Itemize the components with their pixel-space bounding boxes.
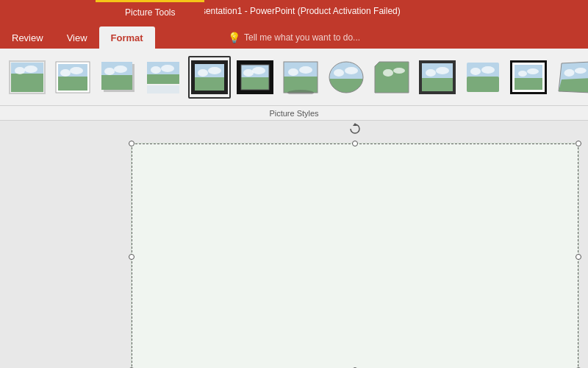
tab-review[interactable]: Review bbox=[0, 26, 55, 49]
style-soft-edge[interactable] bbox=[462, 56, 504, 99]
style-beveled-matte[interactable] bbox=[51, 56, 94, 99]
svg-point-5 bbox=[24, 66, 37, 73]
svg-rect-17 bbox=[147, 74, 179, 84]
selection-border bbox=[132, 144, 578, 368]
svg-point-4 bbox=[15, 67, 25, 74]
style-center-shadow[interactable] bbox=[279, 56, 322, 99]
tab-format[interactable]: Format bbox=[99, 26, 155, 49]
svg-point-19 bbox=[161, 65, 174, 72]
svg-rect-8 bbox=[58, 77, 87, 91]
svg-point-18 bbox=[151, 66, 161, 74]
handle-right-mid[interactable] bbox=[576, 254, 581, 260]
style-snip-diagonal[interactable] bbox=[370, 56, 413, 99]
svg-point-35 bbox=[299, 66, 312, 74]
svg-rect-28 bbox=[241, 77, 269, 90]
title-text: Presentation1 - PowerPoint (Product Acti… bbox=[187, 6, 400, 16]
style-bevel-persp[interactable] bbox=[553, 56, 588, 99]
svg-rect-62 bbox=[514, 78, 542, 90]
svg-point-15 bbox=[114, 66, 127, 73]
style-reflected[interactable] bbox=[143, 56, 185, 99]
ribbon-tabs: Review View Format 💡 bbox=[0, 22, 588, 49]
svg-point-9 bbox=[60, 69, 71, 77]
picture-styles-section: Picture Styles bbox=[0, 106, 588, 121]
style-soft-oval[interactable] bbox=[325, 56, 368, 99]
svg-point-30 bbox=[252, 67, 265, 74]
style-double-frame[interactable] bbox=[507, 56, 550, 99]
tell-me-input[interactable] bbox=[244, 32, 413, 43]
svg-point-14 bbox=[104, 68, 115, 75]
handle-left-mid[interactable] bbox=[129, 254, 135, 260]
svg-point-10 bbox=[70, 67, 83, 74]
slide-area bbox=[0, 121, 588, 368]
handle-top-left[interactable] bbox=[129, 141, 135, 146]
svg-point-53 bbox=[426, 69, 436, 77]
style-drop-shadow[interactable] bbox=[97, 56, 140, 99]
svg-point-25 bbox=[208, 67, 221, 74]
tab-view[interactable]: View bbox=[55, 26, 99, 49]
svg-point-57 bbox=[470, 68, 481, 75]
svg-rect-40 bbox=[328, 79, 365, 94]
svg-rect-23 bbox=[195, 77, 224, 91]
svg-point-34 bbox=[288, 68, 298, 76]
svg-point-42 bbox=[345, 67, 358, 74]
title-bar: Picture Tools Presentation1 - PowerPoint… bbox=[0, 0, 588, 22]
svg-rect-56 bbox=[467, 77, 499, 92]
style-simple-frame[interactable] bbox=[6, 56, 49, 99]
svg-point-47 bbox=[383, 69, 393, 77]
contextual-tab-label[interactable]: Picture Tools bbox=[96, 0, 204, 22]
selected-image[interactable] bbox=[131, 143, 579, 368]
svg-point-63 bbox=[518, 71, 527, 77]
svg-rect-46 bbox=[375, 79, 409, 93]
svg-point-41 bbox=[334, 69, 344, 77]
svg-point-54 bbox=[436, 67, 449, 74]
svg-point-64 bbox=[527, 68, 539, 74]
ribbon-content bbox=[0, 49, 588, 106]
svg-point-48 bbox=[393, 68, 405, 74]
tell-me-bar: 💡 bbox=[228, 26, 413, 49]
handle-top-right[interactable] bbox=[576, 141, 581, 146]
picture-styles-label: Picture Styles bbox=[269, 109, 318, 118]
svg-rect-20 bbox=[147, 85, 179, 93]
svg-rect-3 bbox=[11, 74, 43, 92]
svg-rect-52 bbox=[422, 78, 453, 91]
style-thick-black2[interactable] bbox=[234, 56, 276, 99]
style-thick-black[interactable] bbox=[188, 56, 231, 99]
svg-point-29 bbox=[243, 69, 254, 77]
style-moderate-frame[interactable] bbox=[416, 56, 459, 99]
svg-rect-13 bbox=[101, 75, 132, 90]
rotate-handle[interactable] bbox=[349, 123, 361, 135]
svg-point-24 bbox=[198, 69, 208, 77]
svg-point-58 bbox=[481, 66, 495, 74]
svg-marker-66 bbox=[559, 78, 588, 93]
handle-top-mid[interactable] bbox=[352, 141, 358, 146]
lightbulb-icon: 💡 bbox=[228, 32, 240, 43]
